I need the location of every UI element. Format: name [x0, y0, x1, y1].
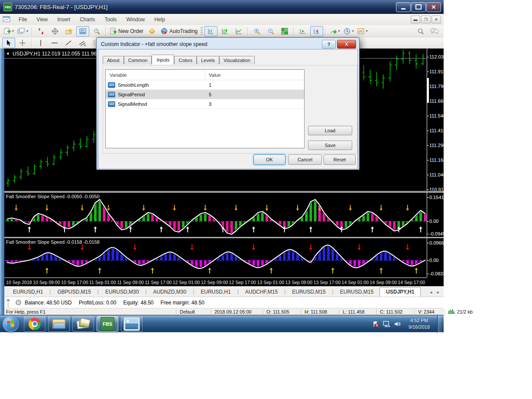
tab-scroll-left-button[interactable]: ◄	[429, 290, 433, 294]
tile-windows-button[interactable]	[278, 26, 291, 36]
taskbar-image-viewer-button[interactable]	[121, 316, 143, 332]
cursor-tool-button[interactable]	[2, 38, 15, 48]
table-row[interactable]: 123SignalPeriod5	[106, 90, 304, 99]
navigator-button[interactable]	[62, 26, 75, 36]
menu-item-tools[interactable]: Tools	[100, 14, 122, 25]
equidistant-channel-tool-button[interactable]: E	[76, 38, 89, 48]
periods-button[interactable]: ▾	[342, 26, 355, 36]
chart-shift-button[interactable]	[310, 26, 323, 36]
expert-advisors-icon[interactable]	[146, 26, 159, 36]
new-chart-button[interactable]: ▾	[2, 26, 15, 36]
dialog-tab-visualization[interactable]: Visualization	[219, 56, 255, 64]
variable-cell: 123SmoothLength	[106, 82, 205, 88]
autotrading-button[interactable]: AutoTrading	[159, 26, 199, 36]
candlestick-chart-button[interactable]	[218, 26, 231, 36]
indicator-panel-2[interactable]: Fatl Smoother Slope Speed -0.0158 -0.015…	[4, 238, 427, 278]
close-button[interactable]: ✕	[426, 2, 441, 12]
table-row[interactable]: 123SignalMethod3	[106, 99, 304, 109]
menu-item-view[interactable]: View	[32, 14, 52, 25]
tab-scroll-right-button[interactable]: ►	[436, 290, 440, 294]
connection-status-icon	[16, 300, 21, 305]
auto-scroll-button[interactable]	[296, 26, 309, 36]
search-button[interactable]	[414, 26, 427, 36]
data-window-button[interactable]	[49, 26, 62, 36]
menu-item-file[interactable]: File	[14, 14, 32, 25]
network-icon[interactable]	[383, 321, 390, 327]
speaker-icon[interactable]	[394, 321, 401, 327]
crosshair-tool-button[interactable]	[16, 38, 29, 48]
dialog-help-button[interactable]: ?	[322, 40, 336, 49]
profiles-button[interactable]: ▾	[16, 26, 29, 36]
load-button[interactable]: Load	[308, 126, 352, 135]
trendline-tool-button[interactable]	[62, 38, 75, 48]
vertical-line-tool-button[interactable]	[34, 38, 47, 48]
new-order-button[interactable]: New Order	[108, 26, 145, 36]
terminal-button[interactable]	[76, 26, 89, 36]
taskbar-fbs-button[interactable]: FBS	[97, 316, 118, 332]
action-center-flag-icon[interactable]	[372, 321, 379, 327]
templates-button[interactable]: ▾	[356, 26, 369, 36]
chart-tab-usdjpy-h1[interactable]: USDJPY,H1	[380, 287, 421, 297]
taskbar-clock[interactable]: 4:52 PM 9/16/2018	[405, 317, 433, 330]
minimize-button[interactable]	[396, 2, 411, 12]
mdi-restore-button[interactable]: ❐	[421, 16, 431, 23]
menu-item-help[interactable]: Help	[149, 14, 170, 25]
start-button[interactable]	[3, 316, 19, 332]
toolbar-grip[interactable]	[201, 27, 203, 36]
indicators-button[interactable]: ▾	[328, 26, 341, 36]
menu-item-window[interactable]: Window	[122, 14, 150, 25]
bar-chart-button[interactable]	[204, 26, 217, 36]
price-axis[interactable]: 112.030111.915111.790111.665111.540111.4…	[427, 49, 444, 191]
chart-tab-audchf-m15[interactable]: AUDCHF,M15	[239, 288, 284, 297]
dialog-tab-colors[interactable]: Colors	[174, 56, 197, 64]
table-row[interactable]: 123SmoothLength1	[106, 80, 304, 90]
zoom-out-button[interactable]	[264, 26, 277, 36]
indicator-panel-1[interactable]: Fatl Smoother Slope Speed -0.0050 -0.005…	[4, 193, 427, 237]
column-header-value: Value	[205, 72, 221, 78]
terminal-close-button[interactable]: ✕	[5, 298, 11, 307]
menu-item-charts[interactable]: Charts	[75, 14, 100, 25]
indicator2-scale-zero: 0.00	[429, 258, 438, 263]
titlebar[interactable]: FBS 7305206: FBS-Real-7 - [USDJPY,H1] ✕	[0, 0, 444, 14]
dialog-tab-about[interactable]: About	[103, 56, 124, 64]
time-label: 11 Sep 09:00	[117, 280, 144, 285]
dialog-titlebar[interactable]: Custom Indicator - +fatl smoother slope …	[98, 39, 358, 49]
dialog-close-button[interactable]: X	[337, 40, 356, 49]
chart-tab-audnzd-m30[interactable]: AUDNZD,M30	[147, 288, 192, 297]
show-desktop-button[interactable]	[437, 315, 442, 333]
save-button[interactable]: Save	[308, 141, 352, 150]
maximize-button[interactable]	[411, 2, 426, 12]
dialog-tab-inputs[interactable]: Inputs	[152, 55, 174, 65]
market-watch-button[interactable]	[35, 26, 48, 36]
indicator1-canvas[interactable]	[4, 193, 427, 237]
community-chat-button[interactable]	[428, 26, 441, 36]
terminal-grip[interactable]	[7, 303, 9, 307]
strategy-tester-button[interactable]	[90, 26, 103, 36]
symbol-caret-icon[interactable]: ▼	[6, 52, 10, 56]
indicator2-axis[interactable]: 0.0966 0.00 -0.0833	[427, 238, 444, 278]
dialog-tab-levels[interactable]: Levels	[197, 56, 219, 64]
chart-window-icon[interactable]	[3, 16, 10, 23]
chart-tab-eurusd-h1[interactable]: EURUSD,H1	[195, 288, 237, 297]
mdi-close-button[interactable]: ✕	[431, 16, 441, 23]
reset-button[interactable]: Reset	[324, 154, 356, 165]
chart-tab-eurusd-h1[interactable]: EURUSD,H1	[7, 288, 49, 297]
chart-tab-gbpusd-m15[interactable]: GBPUSD,M15	[51, 288, 97, 297]
menu-item-insert[interactable]: Insert	[52, 14, 75, 25]
line-chart-button[interactable]	[232, 26, 245, 36]
mdi-minimize-button[interactable]: ▬	[411, 16, 420, 23]
taskbar-chrome-button[interactable]	[24, 316, 45, 332]
zoom-in-button[interactable]	[250, 26, 263, 36]
time-axis[interactable]: 10 Sep 201810 Sep 09:0010 Sep 17:0011 Se…	[4, 278, 427, 286]
taskbar-photos-button[interactable]	[72, 316, 94, 332]
chart-tab-eurusd-m15[interactable]: EURUSD,M15	[286, 288, 331, 297]
dialog-tab-common[interactable]: Common	[124, 56, 152, 64]
chart-tab-eurusd-m30[interactable]: EURUSD,M30	[99, 288, 145, 297]
horizontal-line-tool-button[interactable]	[48, 38, 61, 48]
indicator1-axis[interactable]: 0.1541 0.00 -0.0945	[427, 193, 444, 237]
ok-button[interactable]: OK	[253, 154, 285, 165]
cancel-button[interactable]: Cancel	[288, 154, 322, 165]
chart-tab-eurusd-m15[interactable]: EURUSD,M15	[334, 288, 380, 297]
inputs-table[interactable]: Variable Value 123SmoothLength1123Signal…	[105, 69, 305, 148]
taskbar-explorer-button[interactable]	[48, 316, 70, 332]
